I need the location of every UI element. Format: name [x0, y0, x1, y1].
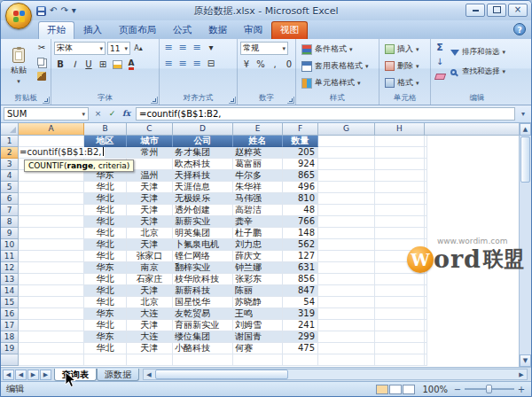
cell-D6[interactable]: 无极娱乐: [173, 193, 233, 205]
cell-F11[interactable]: 127: [283, 251, 318, 262]
column-header-F[interactable]: F: [283, 123, 318, 136]
font-color-button[interactable]: A: [125, 58, 137, 71]
insert-cells-button[interactable]: 插入▾: [382, 42, 427, 57]
cell-F3[interactable]: 924: [283, 159, 318, 170]
cell-E18[interactable]: 谢国青: [233, 331, 283, 343]
column-header-B[interactable]: B: [84, 123, 127, 136]
find-select-button[interactable]: 查找和选择▾: [448, 65, 508, 80]
formula-bar-expand-icon[interactable]: ▾: [518, 110, 528, 118]
copy-button[interactable]: [35, 56, 48, 68]
align-center-button[interactable]: ≡: [176, 58, 189, 70]
row-header-10[interactable]: 10: [1, 239, 19, 251]
cell-E7[interactable]: 高碧洁: [233, 205, 283, 216]
sheet-tab-source[interactable]: 源数据: [97, 369, 139, 381]
cell-E9[interactable]: 杜子鹏: [233, 228, 283, 239]
row-header-1[interactable]: 1: [1, 136, 19, 147]
cell-B6[interactable]: 华北: [84, 193, 127, 205]
cell-C7[interactable]: 天津: [127, 205, 173, 216]
cell-A12[interactable]: [19, 262, 84, 274]
cell-G7[interactable]: [318, 205, 375, 216]
row-header-3[interactable]: 3: [1, 159, 19, 170]
dialog-launcher-alignment[interactable]: [229, 97, 236, 104]
orientation-button[interactable]: ▾: [205, 42, 217, 54]
tab-insert[interactable]: 插入: [75, 22, 110, 39]
vertical-scroll-thumb[interactable]: [520, 136, 530, 183]
scroll-down-icon[interactable]: ▼: [520, 354, 531, 367]
maximize-button[interactable]: [487, 4, 506, 17]
font-size-select[interactable]: 11▾: [107, 42, 130, 55]
cell-G16[interactable]: [318, 308, 375, 320]
minimize-button[interactable]: [466, 4, 485, 17]
format-painter-button[interactable]: [35, 70, 48, 82]
cell-H17[interactable]: [375, 320, 425, 331]
cell-B1[interactable]: 地区: [84, 136, 127, 147]
cell-A19[interactable]: [19, 343, 84, 354]
cell-C2[interactable]: 常州: [127, 147, 173, 159]
align-left-button[interactable]: ≡: [162, 58, 175, 70]
cell-F15[interactable]: 54: [283, 297, 318, 308]
dialog-launcher-number[interactable]: [287, 97, 294, 104]
cell-A17[interactable]: [19, 320, 84, 331]
tab-view[interactable]: 视图: [271, 21, 308, 39]
row-header-7[interactable]: 7: [1, 205, 19, 216]
comma-style-button[interactable]: ,: [269, 58, 281, 71]
cell-C11[interactable]: 张家口: [127, 251, 173, 262]
cell-D7[interactable]: 透外创建: [173, 205, 233, 216]
cell-G1[interactable]: [318, 136, 375, 147]
zoom-slider-thumb[interactable]: [486, 385, 492, 393]
cell-A16[interactable]: [19, 308, 84, 320]
cell-E14[interactable]: 陈丽: [233, 285, 283, 297]
cell-A1[interactable]: [19, 136, 84, 147]
cell-G4[interactable]: [318, 170, 375, 182]
row-header-6[interactable]: 6: [1, 193, 19, 205]
cell-H5[interactable]: [375, 182, 425, 193]
row-header-11[interactable]: 11: [1, 251, 19, 262]
cell-C9[interactable]: 北京: [127, 228, 173, 239]
cell-B8[interactable]: 华北: [84, 216, 127, 228]
cell-G6[interactable]: [318, 193, 375, 205]
zoom-out-icon[interactable]: −: [453, 385, 462, 394]
cell-C13[interactable]: 石家庄: [127, 274, 173, 285]
cell-F7[interactable]: 48: [283, 205, 318, 216]
insert-function-button[interactable]: fx: [120, 107, 133, 121]
cell-A10[interactable]: [19, 239, 84, 251]
column-header-E[interactable]: E: [233, 123, 283, 136]
help-icon[interactable]: ?: [513, 23, 526, 35]
cell-E12[interactable]: 钟兰娜: [233, 262, 283, 274]
office-button[interactable]: [5, 3, 32, 29]
cell-H18[interactable]: [375, 331, 425, 343]
cell-E15[interactable]: 苏晓静: [233, 297, 283, 308]
clear-button[interactable]: [434, 70, 446, 82]
percent-style-button[interactable]: %: [254, 58, 267, 71]
cell-D2[interactable]: 务才集团: [173, 147, 233, 159]
fill-color-button[interactable]: [111, 58, 123, 71]
cell-F2[interactable]: 205: [283, 147, 318, 159]
cell-G17[interactable]: [318, 320, 375, 331]
cell-C18[interactable]: 大连: [127, 331, 173, 343]
decimal-button[interactable]: 0: [283, 58, 295, 71]
cell-G15[interactable]: [318, 297, 375, 308]
cell-C15[interactable]: 北京: [127, 297, 173, 308]
fill-button[interactable]: ↓: [434, 56, 446, 68]
zoom-slider[interactable]: [465, 388, 514, 390]
number-format-select[interactable]: 常规▾: [240, 42, 288, 55]
cell-G2[interactable]: [318, 147, 375, 159]
align-top-button[interactable]: ≡: [162, 42, 175, 54]
cell-H7[interactable]: [375, 205, 425, 216]
cell-H8[interactable]: [375, 216, 425, 228]
row-header-2[interactable]: 2: [1, 147, 19, 159]
prev-sheet-button[interactable]: ◀: [15, 370, 27, 380]
horizontal-scroll-thumb[interactable]: [155, 370, 288, 379]
cell-F19[interactable]: 475: [283, 343, 318, 354]
close-button[interactable]: ×: [508, 4, 528, 17]
cell-H6[interactable]: [375, 193, 425, 205]
cell-A8[interactable]: [19, 216, 84, 228]
cell-styles-button[interactable]: 单元格样式▾: [299, 75, 376, 90]
name-box-dropdown-icon[interactable]: ▾: [82, 111, 85, 118]
cell-C19[interactable]: 天津: [127, 343, 173, 354]
row-header-16[interactable]: 16: [1, 308, 19, 320]
cell-D10[interactable]: 卜氟泉电机: [173, 239, 233, 251]
cell-H19[interactable]: [375, 343, 425, 354]
cell-B13[interactable]: 华北: [84, 274, 127, 285]
cell-F1[interactable]: 数量: [283, 136, 318, 147]
